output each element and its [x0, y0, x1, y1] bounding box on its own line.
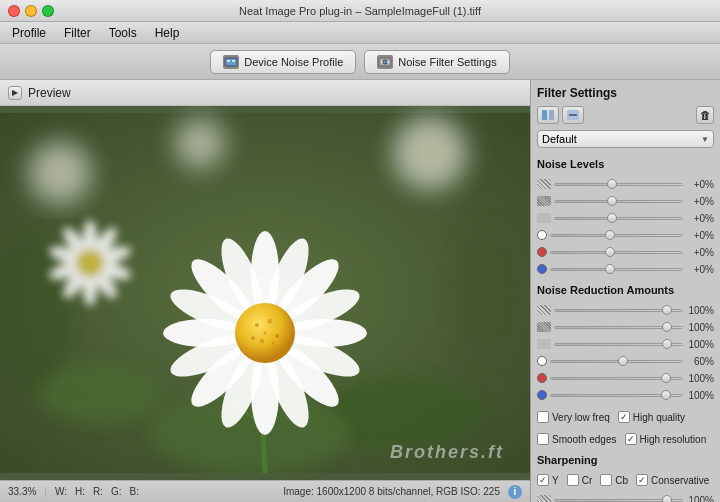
- g-label: G:: [111, 486, 122, 497]
- filter-settings-title: Filter Settings: [537, 86, 714, 100]
- delete-button[interactable]: 🗑: [696, 106, 714, 124]
- noise-low-icon: [537, 213, 551, 223]
- svg-point-8: [54, 137, 66, 165]
- nr-cb-slider[interactable]: [550, 390, 683, 400]
- panel-icon-btn-2[interactable]: [562, 106, 584, 124]
- high-resolution-label: High resolution: [640, 434, 707, 445]
- svg-point-66: [251, 336, 255, 340]
- slider-row-nr-y: 60%: [537, 353, 714, 369]
- sharpening-y-checkbox[interactable]: [537, 474, 549, 486]
- menu-tools[interactable]: Tools: [101, 24, 145, 42]
- noise-high-slider[interactable]: [554, 179, 683, 189]
- slider-row-nr-cr: 100%: [537, 370, 714, 386]
- nr-high-slider[interactable]: [554, 305, 683, 315]
- cr-slider[interactable]: [550, 247, 683, 257]
- high-resolution-checkbox[interactable]: [625, 433, 637, 445]
- status-bar: 33.3% | W: H: R: G: B: Image: 1600x1200 …: [0, 480, 530, 502]
- minimize-button[interactable]: [25, 5, 37, 17]
- sharp-high-value: 100%: [686, 495, 714, 503]
- high-resolution-checkbox-item[interactable]: High resolution: [625, 433, 707, 445]
- window-controls[interactable]: [0, 5, 54, 17]
- svg-point-5: [383, 60, 387, 64]
- smooth-edges-checkbox[interactable]: [537, 433, 549, 445]
- device-noise-profile-icon: [223, 55, 239, 69]
- svg-point-39: [150, 393, 350, 473]
- nr-cr-value: 100%: [686, 373, 714, 384]
- noise-reduction-sliders: 100% 100% 100%: [537, 302, 714, 404]
- cr-value: +0%: [686, 247, 714, 258]
- zoom-button[interactable]: i: [508, 485, 522, 499]
- sharpening-sliders: 100% 0% 0%: [537, 492, 714, 502]
- svg-point-7: [52, 165, 68, 181]
- slider-row-cr: +0%: [537, 244, 714, 260]
- slider-row-noise-high: +0%: [537, 176, 714, 192]
- nr-mid-slider[interactable]: [554, 322, 683, 332]
- nr-high-value: 100%: [686, 305, 714, 316]
- noise-filter-settings-label: Noise Filter Settings: [398, 56, 496, 68]
- high-quality-checkbox[interactable]: [618, 411, 630, 423]
- preview-play-button[interactable]: ▶: [8, 86, 22, 100]
- svg-point-67: [264, 332, 267, 335]
- nr-y-slider[interactable]: [550, 356, 683, 366]
- smooth-edges-checkbox-item[interactable]: Smooth edges: [537, 433, 617, 445]
- svg-point-35: [170, 138, 194, 148]
- noise-mid-slider[interactable]: [554, 196, 683, 206]
- nr-low-slider[interactable]: [554, 339, 683, 349]
- menu-bar: Profile Filter Tools Help: [0, 22, 720, 44]
- slider-row-nr-low: 100%: [537, 336, 714, 352]
- noise-low-value: +0%: [686, 213, 714, 224]
- left-panel: ▶ Preview: [0, 80, 530, 502]
- very-low-freq-label: Very low freq: [552, 412, 610, 423]
- sharpening-cb-checkbox[interactable]: [600, 474, 612, 486]
- slider-row-nr-high: 100%: [537, 302, 714, 318]
- sharpening-cr-item[interactable]: Cr: [567, 474, 593, 486]
- svg-point-63: [275, 334, 279, 338]
- cb-slider[interactable]: [550, 264, 683, 274]
- nr-high-icon: [537, 305, 551, 315]
- device-noise-profile-button[interactable]: Device Noise Profile: [210, 50, 356, 74]
- preview-header: ▶ Preview: [0, 80, 530, 106]
- sharpening-y-item[interactable]: Y: [537, 474, 559, 486]
- very-low-freq-checkbox-item[interactable]: Very low freq: [537, 411, 610, 423]
- noise-filter-settings-button[interactable]: Noise Filter Settings: [364, 50, 509, 74]
- sharpening-conservative-checkbox[interactable]: [636, 474, 648, 486]
- sharpening-channels-row: Y Cr Cb Conservative: [537, 474, 714, 486]
- sharpening-cr-checkbox[interactable]: [567, 474, 579, 486]
- menu-profile[interactable]: Profile: [4, 24, 54, 42]
- window-title: Neat Image Pro plug-in – SampleImageFull…: [239, 5, 481, 17]
- image-area: Brothers.ft: [0, 106, 530, 480]
- svg-rect-80: [542, 110, 547, 120]
- profile-dropdown[interactable]: Default ▼: [537, 130, 714, 148]
- sharpening-cb-item[interactable]: Cb: [600, 474, 628, 486]
- noise-high-icon: [537, 179, 551, 189]
- panel-icon-btn-1[interactable]: [537, 106, 559, 124]
- menu-filter[interactable]: Filter: [56, 24, 99, 42]
- slider-row-noise-low: +0%: [537, 210, 714, 226]
- noise-mid-icon: [537, 196, 551, 206]
- noise-levels-title: Noise Levels: [537, 158, 714, 170]
- high-quality-checkbox-item[interactable]: High quality: [618, 411, 685, 423]
- main-layout: ▶ Preview: [0, 80, 720, 502]
- noise-levels-sliders: +0% +0% +0%: [537, 176, 714, 278]
- svg-point-29: [195, 113, 205, 137]
- sharp-high-slider[interactable]: [554, 495, 683, 502]
- noise-low-slider[interactable]: [554, 213, 683, 223]
- maximize-button[interactable]: [42, 5, 54, 17]
- high-quality-label: High quality: [633, 412, 685, 423]
- svg-point-31: [206, 138, 230, 148]
- svg-point-61: [255, 323, 259, 327]
- svg-point-78: [76, 249, 104, 277]
- sharpening-conservative-item[interactable]: Conservative: [636, 474, 709, 486]
- menu-help[interactable]: Help: [147, 24, 188, 42]
- close-button[interactable]: [8, 5, 20, 17]
- very-low-freq-checkbox[interactable]: [537, 411, 549, 423]
- r-label: R:: [93, 486, 103, 497]
- b-label: B:: [130, 486, 139, 497]
- checkbox-row-2: Smooth edges High resolution: [537, 433, 714, 445]
- profile-dropdown-row: Default ▼: [537, 130, 714, 148]
- right-panel: Filter Settings 🗑 Default ▼: [530, 80, 720, 502]
- sharp-high-icon: [537, 495, 551, 502]
- y-slider[interactable]: [550, 230, 683, 240]
- nr-cr-slider[interactable]: [550, 373, 683, 383]
- device-noise-profile-label: Device Noise Profile: [244, 56, 343, 68]
